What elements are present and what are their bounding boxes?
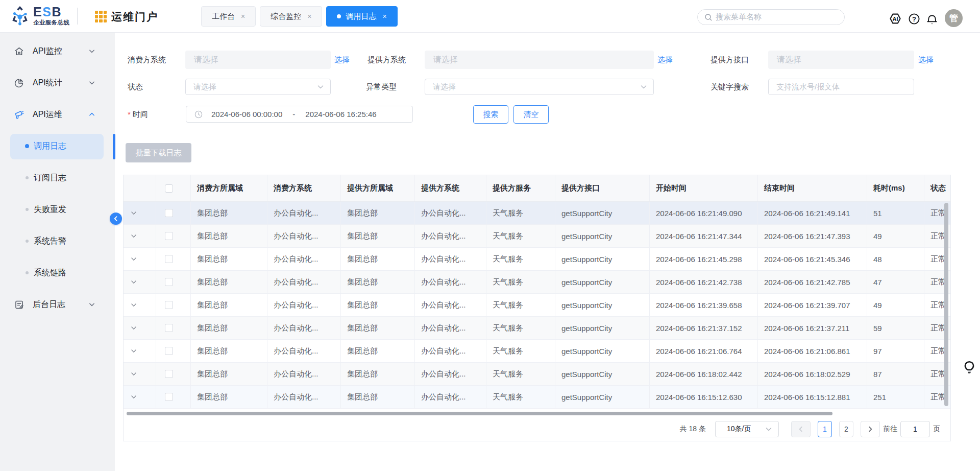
expand-chevron-icon[interactable] — [130, 278, 137, 286]
brand-name: ESB — [33, 5, 69, 18]
expand-chevron-icon[interactable] — [130, 301, 137, 309]
bullet-dot-icon — [26, 271, 29, 274]
row-checkbox[interactable] — [165, 232, 173, 240]
page-number-1[interactable]: 1 — [818, 421, 832, 437]
sidebar-subitem-系统链路[interactable]: 系统链路 — [0, 257, 115, 289]
column-header-结束时间: 结束时间 — [758, 175, 867, 201]
column-header-开始时间: 开始时间 — [650, 175, 758, 201]
expand-chevron-icon[interactable] — [130, 324, 137, 332]
tab-close-icon[interactable]: × — [307, 13, 311, 20]
sidebar-item-API运维[interactable]: API运维 — [0, 99, 115, 130]
page-number-2[interactable]: 2 — [839, 421, 853, 437]
provider-system-input[interactable]: 请选择 — [425, 51, 654, 69]
row-checkbox[interactable] — [165, 255, 173, 263]
chevron-up-icon — [88, 111, 95, 118]
consumer-system-input[interactable]: 请选择 — [185, 51, 331, 69]
cell-provider_domain: 集团总部 — [341, 386, 415, 409]
provider-system-select-link[interactable]: 选择 — [657, 55, 673, 65]
sidebar-subitem-订阅日志[interactable]: 订阅日志 — [0, 162, 115, 194]
sidebar-subitem-label: 失败重发 — [34, 204, 66, 215]
sidebar-item-后台日志[interactable]: 后台日志 — [0, 289, 115, 320]
provider-api-select-link[interactable]: 选择 — [918, 55, 934, 65]
cell-end_time: 2024-06-06 16:21:42.785 — [758, 271, 867, 294]
sidebar-subitem-系统告警[interactable]: 系统告警 — [0, 225, 115, 257]
menu-search-input[interactable]: 搜索菜单名称 — [697, 9, 845, 25]
prev-page-button[interactable] — [791, 421, 811, 437]
expand-chevron-icon[interactable] — [130, 232, 137, 240]
search-button[interactable]: 搜索 — [473, 105, 508, 124]
table-row[interactable]: 集团总部办公自动化...集团总部办公自动化...天气服务getSupportCi… — [124, 202, 950, 225]
sidebar-subitem-失败重发[interactable]: 失败重发 — [0, 194, 115, 225]
table-row[interactable]: 集团总部办公自动化...集团总部办公自动化...天气服务getSupportCi… — [124, 294, 950, 317]
table-row[interactable]: 集团总部办公自动化...集团总部办公自动化...天气服务getSupportCi… — [124, 248, 950, 271]
table-row[interactable]: 集团总部办公自动化...集团总部办公自动化...天气服务getSupportCi… — [124, 340, 950, 363]
svg-text:?: ? — [912, 15, 916, 23]
table-row[interactable]: 集团总部办公自动化...集团总部办公自动化...天气服务getSupportCi… — [124, 317, 950, 340]
goto-page-input[interactable]: 1 — [900, 421, 930, 437]
sidebar-item-API监控[interactable]: API监控 — [0, 35, 115, 67]
cell-provider_service: 天气服务 — [486, 386, 555, 409]
tab-调用日志[interactable]: 调用日志× — [326, 6, 397, 27]
exception-type-select[interactable]: 请选择 — [425, 79, 654, 95]
clear-button[interactable]: 清空 — [513, 105, 549, 124]
expand-chevron-icon[interactable] — [130, 209, 137, 217]
batch-download-button[interactable]: 批量下载日志 — [126, 143, 191, 162]
cell-end_time: 2024-06-06 16:21:06.861 — [758, 340, 867, 363]
lightbulb-icon[interactable] — [963, 360, 976, 375]
vertical-scrollbar-thumb[interactable] — [944, 203, 948, 406]
user-avatar[interactable]: 管 — [945, 9, 963, 27]
row-expand-cell — [124, 248, 156, 271]
bullet-dot-icon — [26, 176, 29, 179]
cell-cost_ms: 49 — [867, 225, 924, 248]
table-row[interactable]: 集团总部办公自动化...集团总部办公自动化...天气服务getSupportCi… — [124, 363, 950, 386]
logs-icon — [14, 300, 24, 310]
ops-icon — [14, 110, 24, 120]
table-header-row: 消费方所属域消费方系统提供方所属域提供方系统提供方服务提供方接口开始时间结束时间… — [124, 175, 950, 202]
row-checkbox[interactable] — [165, 393, 173, 401]
notification-bell-icon[interactable] — [926, 13, 938, 25]
tab-综合监控[interactable]: 综合监控× — [260, 6, 322, 27]
sidebar-collapse-button[interactable] — [110, 213, 122, 225]
row-checkbox[interactable] — [165, 324, 173, 332]
tab-close-icon[interactable]: × — [241, 13, 245, 20]
tab-工作台[interactable]: 工作台× — [201, 6, 256, 27]
column-header-状态: 状态 — [924, 175, 950, 201]
table-row[interactable]: 集团总部办公自动化...集团总部办公自动化...天气服务getSupportCi… — [124, 386, 950, 409]
cell-provider_service: 天气服务 — [486, 271, 555, 294]
svg-text:AI: AI — [893, 16, 898, 22]
help-icon[interactable]: ? — [909, 13, 920, 25]
provider-api-input[interactable]: 请选择 — [768, 51, 914, 69]
row-checkbox[interactable] — [165, 278, 173, 286]
cell-provider_system: 办公自动化... — [415, 317, 486, 340]
consumer-system-select-link[interactable]: 选择 — [334, 55, 350, 65]
keyword-input[interactable]: 支持流水号/报文体 — [768, 79, 914, 95]
row-expand-cell — [124, 317, 156, 340]
cell-consumer_system: 办公自动化... — [267, 294, 341, 317]
row-checkbox[interactable] — [165, 370, 173, 378]
row-checkbox[interactable] — [165, 347, 173, 355]
sidebar: API监控API统计API运维调用日志订阅日志失败重发系统告警系统链路后台日志 — [0, 33, 115, 471]
sidebar-item-API统计[interactable]: API统计 — [0, 67, 115, 99]
status-select[interactable]: 请选择 — [185, 79, 331, 95]
page-size-select[interactable]: 10条/页 — [715, 421, 779, 437]
table-row[interactable]: 集团总部办公自动化...集团总部办公自动化...天气服务getSupportCi… — [124, 271, 950, 294]
row-checkbox[interactable] — [165, 209, 173, 217]
expand-chevron-icon[interactable] — [130, 255, 137, 263]
horizontal-scrollbar-thumb[interactable] — [127, 412, 832, 415]
ai-assistant-icon[interactable]: AI — [889, 12, 901, 25]
expand-chevron-icon[interactable] — [130, 393, 137, 401]
expand-chevron-icon[interactable] — [130, 347, 137, 355]
select-all-checkbox[interactable] — [165, 184, 173, 193]
sidebar-subitem-调用日志[interactable]: 调用日志 — [0, 130, 115, 162]
page-number-list: 12 — [818, 421, 861, 437]
table-row[interactable]: 集团总部办公自动化...集团总部办公自动化...天气服务getSupportCi… — [124, 225, 950, 248]
next-page-button[interactable] — [861, 421, 880, 437]
tab-close-icon[interactable]: × — [382, 13, 386, 20]
esb-logo-icon — [11, 6, 29, 26]
expand-chevron-icon[interactable] — [130, 370, 137, 378]
time-range-picker[interactable]: 2024-06-06 00:00:00 - 2024-06-06 16:25:4… — [186, 106, 413, 123]
row-checkbox[interactable] — [165, 301, 173, 309]
cell-provider_domain: 集团总部 — [341, 340, 415, 363]
exception-type-placeholder: 请选择 — [433, 82, 640, 92]
cell-end_time: 2024-06-06 16:15:12.881 — [758, 386, 867, 409]
